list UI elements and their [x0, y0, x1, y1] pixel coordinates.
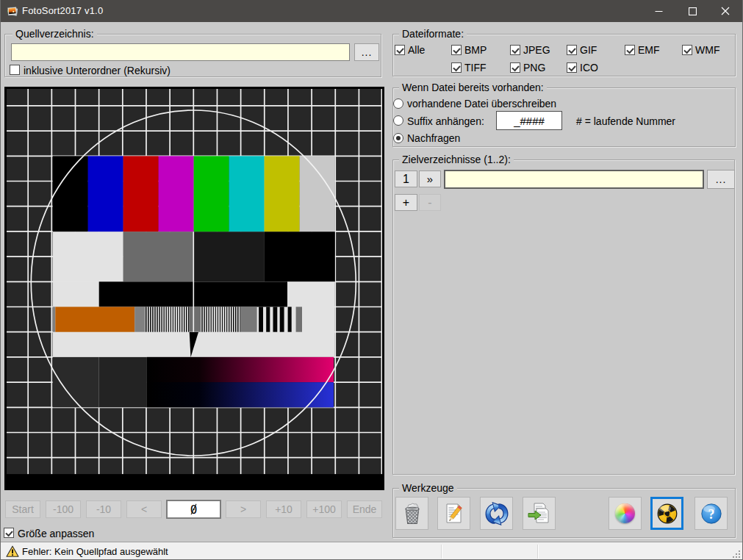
refresh-tool-button[interactable]	[480, 497, 513, 530]
file-formats-group: Dateiformate:	[392, 34, 736, 76]
target-browse-button[interactable]: ...	[707, 170, 735, 189]
target-directories-label: Zielverzeichnisse (1..2):	[399, 154, 514, 165]
tools-label: Werkzeuge	[399, 482, 457, 494]
warning-icon	[6, 545, 19, 558]
position-input[interactable]: 0	[166, 500, 221, 519]
minimize-icon	[655, 7, 663, 15]
nav-next-button[interactable]: >	[226, 500, 261, 518]
overwrite-label: vorhandene Datei überschreiben	[407, 98, 556, 110]
source-directory-input[interactable]	[11, 43, 350, 61]
format-label-tiff: TIFF	[464, 62, 487, 73]
suffix-label: Suffix anhängen:	[407, 115, 484, 127]
nav-prev-button[interactable]: <	[126, 500, 162, 518]
window-title: FotoSort2017 v1.0	[22, 5, 103, 16]
format-label-gif: GIF	[580, 44, 597, 56]
exists-policy-label: Wenn Datei bereits vorhanden:	[399, 82, 547, 93]
overwrite-radio[interactable]	[393, 98, 403, 109]
color-wheel-icon	[615, 503, 635, 523]
nav-plus10-button[interactable]: +10	[266, 500, 301, 518]
maximize-icon	[689, 7, 697, 15]
minimize-button[interactable]	[642, 0, 675, 22]
status-text: Fehler: Kein Quellpfad ausgewählt	[22, 546, 168, 557]
rename-tool-button[interactable]	[437, 497, 470, 530]
format-checkbox-gif[interactable]	[567, 45, 577, 55]
status-divider	[441, 545, 442, 559]
target-directories-group: Zielverzeichnisse (1..2):	[392, 159, 735, 475]
help-icon: ?	[701, 503, 722, 524]
suffix-hint: # = laufende Nummer	[576, 115, 675, 127]
target-remove-button[interactable]: -	[419, 194, 441, 211]
format-checkbox-ico[interactable]	[567, 62, 577, 73]
ask-label: Nachfragen	[407, 132, 460, 144]
format-label-jpeg: JPEG	[523, 44, 550, 56]
nav-plus100-button[interactable]: +100	[306, 500, 342, 518]
format-checkbox-alle[interactable]	[395, 45, 405, 55]
status-divider	[537, 545, 538, 559]
suffix-input[interactable]: _####	[496, 111, 562, 130]
resize-grip[interactable]	[732, 550, 741, 559]
format-checkbox-tiff[interactable]	[451, 62, 462, 73]
maximize-button[interactable]	[675, 0, 709, 22]
copy-move-icon	[526, 500, 553, 527]
refresh-icon	[484, 500, 510, 527]
target-index-button[interactable]: 1	[395, 170, 417, 187]
help-tool-button[interactable]: ?	[694, 497, 728, 530]
delete-tool-button[interactable]	[395, 497, 428, 530]
format-checkbox-png[interactable]	[510, 62, 520, 73]
suffix-radio[interactable]	[393, 115, 403, 126]
edit-icon	[442, 501, 467, 526]
format-checkbox-emf[interactable]	[625, 45, 635, 55]
ask-radio[interactable]	[393, 133, 403, 143]
format-checkbox-bmp[interactable]	[451, 45, 462, 55]
format-label-wmf: WMF	[695, 44, 719, 56]
close-icon	[721, 7, 730, 15]
target-directory-input[interactable]	[444, 170, 704, 189]
svg-text:?: ?	[708, 507, 714, 522]
nav-minus100-button[interactable]: -100	[46, 500, 81, 518]
test-pattern-image	[7, 89, 382, 488]
file-formats-label: Dateiformate:	[399, 28, 467, 40]
recursive-label: inklusive Unterordner (Rekursiv)	[24, 65, 171, 76]
format-checkbox-jpeg[interactable]	[510, 45, 520, 55]
format-label-ico: ICO	[580, 62, 598, 73]
window-border-left	[0, 0, 1, 560]
radiation-icon	[657, 503, 678, 524]
trash-icon	[400, 501, 425, 526]
recursive-checkbox[interactable]	[10, 65, 20, 75]
format-label-bmp: BMP	[464, 44, 487, 56]
nav-start-button[interactable]: Start	[5, 500, 40, 518]
source-browse-button[interactable]: ...	[354, 43, 379, 61]
app-icon	[7, 5, 18, 17]
nav-end-button[interactable]: Ende	[347, 500, 382, 518]
target-assign-button[interactable]: »	[419, 170, 441, 187]
app-window: FotoSort2017 v1.0 Quellverzeichnis: ... …	[0, 0, 743, 560]
format-checkbox-wmf[interactable]	[682, 45, 692, 55]
exit-tool-button[interactable]	[650, 497, 683, 530]
fit-size-label: Größe anpassen	[18, 528, 94, 539]
title-bar: FotoSort2017 v1.0	[0, 0, 743, 22]
copy-tool-button[interactable]	[523, 497, 556, 530]
fit-size-checkbox[interactable]	[4, 528, 14, 538]
target-add-button[interactable]: +	[395, 194, 417, 211]
format-label-alle: Alle	[408, 44, 425, 56]
color-tool-button[interactable]	[609, 497, 642, 530]
format-label-emf: EMF	[638, 44, 660, 56]
close-button[interactable]	[708, 0, 742, 22]
status-bar: Fehler: Kein Quellpfad ausgewählt	[0, 542, 743, 560]
nav-minus10-button[interactable]: -10	[86, 500, 121, 518]
format-label-png: PNG	[523, 62, 545, 73]
source-directory-label: Quellverzeichnis:	[12, 28, 97, 40]
image-preview-panel	[4, 87, 384, 490]
